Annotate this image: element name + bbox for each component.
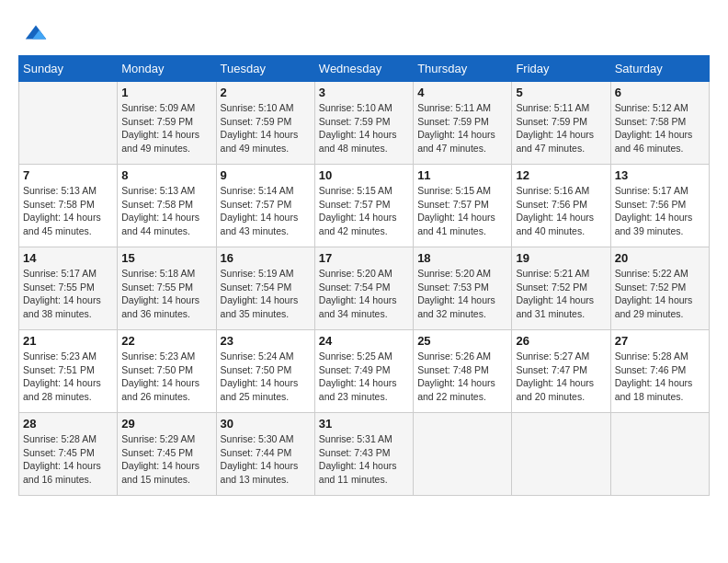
day-number: 7 [23, 168, 113, 182]
day-header-friday: Friday [512, 56, 610, 82]
day-number: 31 [319, 417, 409, 431]
day-number: 16 [221, 251, 311, 265]
day-info: Sunrise: 5:11 AM Sunset: 7:59 PM Dayligh… [516, 101, 606, 155]
calendar-cell [19, 82, 118, 165]
calendar-cell [610, 413, 709, 496]
calendar-cell: 17Sunrise: 5:20 AM Sunset: 7:54 PM Dayli… [314, 247, 413, 330]
calendar-cell: 6Sunrise: 5:12 AM Sunset: 7:58 PM Daylig… [610, 82, 709, 165]
calendar-table: SundayMondayTuesdayWednesdayThursdayFrid… [18, 55, 710, 496]
calendar-cell: 5Sunrise: 5:11 AM Sunset: 7:59 PM Daylig… [512, 82, 610, 165]
day-info: Sunrise: 5:19 AM Sunset: 7:54 PM Dayligh… [221, 267, 311, 321]
day-number: 25 [417, 334, 507, 348]
day-number: 13 [615, 168, 705, 182]
calendar-cell: 29Sunrise: 5:29 AM Sunset: 7:45 PM Dayli… [118, 413, 216, 496]
day-info: Sunrise: 5:28 AM Sunset: 7:46 PM Dayligh… [615, 350, 705, 404]
calendar-cell: 26Sunrise: 5:27 AM Sunset: 7:47 PM Dayli… [512, 330, 610, 413]
calendar-cell: 13Sunrise: 5:17 AM Sunset: 7:56 PM Dayli… [610, 165, 709, 247]
day-info: Sunrise: 5:31 AM Sunset: 7:43 PM Dayligh… [319, 432, 409, 487]
day-info: Sunrise: 5:17 AM Sunset: 7:55 PM Dayligh… [23, 267, 113, 321]
calendar-cell: 2Sunrise: 5:10 AM Sunset: 7:59 PM Daylig… [216, 82, 314, 165]
day-number: 26 [516, 334, 606, 348]
calendar-cell: 14Sunrise: 5:17 AM Sunset: 7:55 PM Dayli… [19, 247, 118, 330]
calendar-cell: 7Sunrise: 5:13 AM Sunset: 7:58 PM Daylig… [19, 165, 118, 247]
day-number: 8 [121, 168, 211, 182]
day-number: 22 [121, 334, 211, 348]
day-number: 20 [615, 251, 705, 265]
day-info: Sunrise: 5:11 AM Sunset: 7:59 PM Dayligh… [417, 101, 507, 155]
day-number: 5 [516, 86, 606, 99]
day-number: 27 [615, 334, 705, 348]
day-header-saturday: Saturday [610, 56, 709, 82]
day-number: 30 [221, 417, 311, 431]
day-info: Sunrise: 5:20 AM Sunset: 7:54 PM Dayligh… [319, 267, 409, 321]
calendar-cell [512, 413, 610, 496]
day-header-tuesday: Tuesday [216, 56, 314, 82]
calendar-cell: 25Sunrise: 5:26 AM Sunset: 7:48 PM Dayli… [414, 330, 512, 413]
day-header-sunday: Sunday [19, 56, 118, 82]
day-info: Sunrise: 5:18 AM Sunset: 7:55 PM Dayligh… [121, 267, 211, 321]
calendar-cell: 16Sunrise: 5:19 AM Sunset: 7:54 PM Dayli… [216, 247, 314, 330]
day-info: Sunrise: 5:14 AM Sunset: 7:57 PM Dayligh… [221, 184, 311, 238]
day-number: 21 [23, 334, 113, 348]
day-info: Sunrise: 5:22 AM Sunset: 7:52 PM Dayligh… [615, 267, 705, 321]
day-info: Sunrise: 5:20 AM Sunset: 7:53 PM Dayligh… [417, 267, 507, 321]
page-header [18, 18, 710, 46]
day-info: Sunrise: 5:15 AM Sunset: 7:57 PM Dayligh… [417, 184, 507, 238]
calendar-cell: 12Sunrise: 5:16 AM Sunset: 7:56 PM Dayli… [512, 165, 610, 247]
day-info: Sunrise: 5:21 AM Sunset: 7:52 PM Dayligh… [516, 267, 606, 321]
day-number: 12 [516, 168, 606, 182]
day-header-wednesday: Wednesday [314, 56, 413, 82]
day-number: 23 [221, 334, 311, 348]
calendar-cell: 18Sunrise: 5:20 AM Sunset: 7:53 PM Dayli… [414, 247, 512, 330]
day-number: 24 [319, 334, 409, 348]
calendar-cell: 30Sunrise: 5:30 AM Sunset: 7:44 PM Dayli… [216, 413, 314, 496]
calendar-cell: 24Sunrise: 5:25 AM Sunset: 7:49 PM Dayli… [314, 330, 413, 413]
calendar-cell: 20Sunrise: 5:22 AM Sunset: 7:52 PM Dayli… [610, 247, 709, 330]
day-number: 2 [221, 86, 311, 99]
day-info: Sunrise: 5:12 AM Sunset: 7:58 PM Dayligh… [615, 101, 705, 155]
day-number: 9 [221, 168, 311, 182]
day-info: Sunrise: 5:23 AM Sunset: 7:51 PM Dayligh… [23, 350, 113, 404]
logo-icon [22, 18, 50, 46]
day-number: 28 [23, 417, 113, 431]
calendar-cell: 1Sunrise: 5:09 AM Sunset: 7:59 PM Daylig… [118, 82, 216, 165]
calendar-cell: 23Sunrise: 5:24 AM Sunset: 7:50 PM Dayli… [216, 330, 314, 413]
day-info: Sunrise: 5:09 AM Sunset: 7:59 PM Dayligh… [121, 101, 211, 155]
calendar-cell: 28Sunrise: 5:28 AM Sunset: 7:45 PM Dayli… [19, 413, 118, 496]
calendar-cell: 22Sunrise: 5:23 AM Sunset: 7:50 PM Dayli… [118, 330, 216, 413]
day-info: Sunrise: 5:13 AM Sunset: 7:58 PM Dayligh… [121, 184, 211, 238]
calendar-cell [414, 413, 512, 496]
day-number: 18 [417, 251, 507, 265]
day-info: Sunrise: 5:26 AM Sunset: 7:48 PM Dayligh… [417, 350, 507, 404]
calendar-cell: 11Sunrise: 5:15 AM Sunset: 7:57 PM Dayli… [414, 165, 512, 247]
day-info: Sunrise: 5:24 AM Sunset: 7:50 PM Dayligh… [221, 350, 311, 404]
day-number: 19 [516, 251, 606, 265]
day-number: 6 [615, 86, 705, 99]
day-number: 1 [121, 86, 211, 99]
week-row-4: 21Sunrise: 5:23 AM Sunset: 7:51 PM Dayli… [19, 330, 710, 413]
day-info: Sunrise: 5:25 AM Sunset: 7:49 PM Dayligh… [319, 350, 409, 404]
day-number: 17 [319, 251, 409, 265]
week-row-3: 14Sunrise: 5:17 AM Sunset: 7:55 PM Dayli… [19, 247, 710, 330]
calendar-cell: 4Sunrise: 5:11 AM Sunset: 7:59 PM Daylig… [414, 82, 512, 165]
calendar-cell: 10Sunrise: 5:15 AM Sunset: 7:57 PM Dayli… [314, 165, 413, 247]
week-row-1: 1Sunrise: 5:09 AM Sunset: 7:59 PM Daylig… [19, 82, 710, 165]
day-info: Sunrise: 5:28 AM Sunset: 7:45 PM Dayligh… [23, 432, 113, 487]
day-number: 15 [121, 251, 211, 265]
day-number: 11 [417, 168, 507, 182]
calendar-cell: 27Sunrise: 5:28 AM Sunset: 7:46 PM Dayli… [610, 330, 709, 413]
day-number: 14 [23, 251, 113, 265]
calendar-cell: 31Sunrise: 5:31 AM Sunset: 7:43 PM Dayli… [314, 413, 413, 496]
day-header-monday: Monday [118, 56, 216, 82]
logo [18, 18, 50, 46]
day-info: Sunrise: 5:13 AM Sunset: 7:58 PM Dayligh… [23, 184, 113, 238]
day-info: Sunrise: 5:15 AM Sunset: 7:57 PM Dayligh… [319, 184, 409, 238]
day-number: 4 [417, 86, 507, 99]
calendar-cell: 15Sunrise: 5:18 AM Sunset: 7:55 PM Dayli… [118, 247, 216, 330]
calendar-cell: 3Sunrise: 5:10 AM Sunset: 7:59 PM Daylig… [314, 82, 413, 165]
calendar-cell: 9Sunrise: 5:14 AM Sunset: 7:57 PM Daylig… [216, 165, 314, 247]
day-header-thursday: Thursday [414, 56, 512, 82]
day-info: Sunrise: 5:27 AM Sunset: 7:47 PM Dayligh… [516, 350, 606, 404]
day-info: Sunrise: 5:29 AM Sunset: 7:45 PM Dayligh… [121, 432, 211, 487]
day-info: Sunrise: 5:10 AM Sunset: 7:59 PM Dayligh… [319, 101, 409, 155]
